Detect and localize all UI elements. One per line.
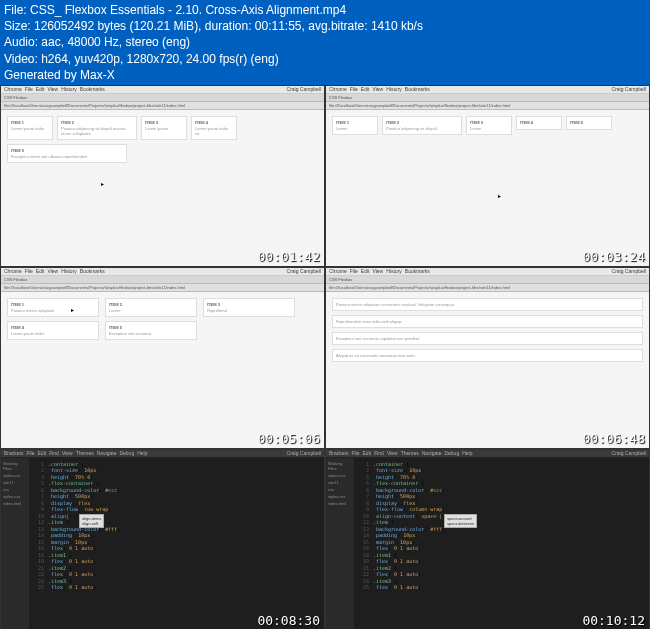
timestamp: 00:01:42 xyxy=(257,249,320,264)
sidebar-item: site11 xyxy=(328,479,352,486)
timestamp: 00:10:12 xyxy=(582,613,645,628)
sidebar-item: index.html xyxy=(328,500,352,507)
flex-item: Reprehenderit esse nulla velit aliquip. xyxy=(332,315,643,328)
timestamp: 00:08:30 xyxy=(257,613,320,628)
editor-sidebar: Working Filesstyles.csssite11cssstyles.c… xyxy=(1,458,29,629)
timestamp: 00:05:06 xyxy=(257,431,320,446)
thumbnail-grid: Chrome FileEditViewHistoryBookmarks Crai… xyxy=(0,85,650,629)
sidebar-item: index.html xyxy=(3,500,27,507)
flex-item: ITEM 5 xyxy=(566,116,612,130)
cursor-icon: ▸ xyxy=(71,306,77,312)
tab-bar: CSS Flexbox xyxy=(1,94,324,102)
menubar: Chrome FileEditViewHistoryBookmarks Crai… xyxy=(326,86,649,94)
url-bar: file:///localhost/Users/craigcampbell/Do… xyxy=(326,102,649,110)
info-size: Size: 126052492 bytes (120.21 MiB), dura… xyxy=(4,18,646,34)
url-bar: file:///localhost/Users/craigcampbell/Do… xyxy=(326,284,649,292)
timestamp: 00:03:24 xyxy=(582,249,645,264)
autocomplete-popup: align-items align-self xyxy=(79,514,104,528)
code-editor: Working Filesstyles.csssite11cssstyles.c… xyxy=(326,458,649,629)
page-content: ITEM 1Lorem ipsum dolorITEM 2Pariatur ad… xyxy=(1,110,324,266)
flex-item: ITEM 1Lorem ipsum dolor xyxy=(7,116,53,140)
flex-item: ITEM 1Pariatur minim voluptate xyxy=(7,298,99,317)
flex-item: ITEM 3Lorem ipsum xyxy=(141,116,187,140)
sidebar-item: site11 xyxy=(3,479,27,486)
menubar: Chrome FileEditViewHistoryBookmarks Crai… xyxy=(1,268,324,276)
timestamp: 00:06:48 xyxy=(582,431,645,446)
code-editor: Working Filesstyles.csssite11cssstyles.c… xyxy=(1,458,324,629)
flex-item: ITEM 3Lorem xyxy=(466,116,512,135)
flex-item: ITEM 4Lorem ipsum dolor sit xyxy=(191,116,237,140)
url-bar: file:///localhost/Users/craigcampbell/Do… xyxy=(1,284,324,292)
autocomplete-popup: space-around space-between xyxy=(444,514,477,528)
page-content: Pariatur minim voluptate consectetur nos… xyxy=(326,292,649,448)
tab-bar: CSS Flexbox xyxy=(326,276,649,284)
flex-item: Excepteur sint occaecat cupidatat non pr… xyxy=(332,332,643,345)
flex-item: ITEM 2Pariatur adipiscing sit aliquid xyxy=(382,116,462,135)
page-content: ITEM 1Pariatur minim voluptateITEM 4Lore… xyxy=(1,292,324,448)
info-video: Video: h264, yuv420p, 1280x720, 24.00 fp… xyxy=(4,51,646,67)
editor-code: 1.container {2 font-size: 10px;3 height:… xyxy=(354,458,649,629)
menubar: Brackets FileEditFindViewThemesNavigateD… xyxy=(1,450,324,458)
flex-item: ITEM 2Lorem xyxy=(105,298,197,317)
thumbnail-6: Brackets FileEditFindViewThemesNavigateD… xyxy=(325,449,650,629)
page-content: ITEM 1LoremITEM 2Pariatur adipiscing sit… xyxy=(326,110,649,266)
flex-item: ITEM 3Reprehend xyxy=(203,298,295,317)
flex-item: ITEM 5Excepteur lorem sint ullamco repre… xyxy=(7,144,127,163)
sidebar-item: styles.css xyxy=(328,493,352,500)
url-bar: file:///localhost/Users/craigcampbell/Do… xyxy=(1,102,324,110)
info-audio: Audio: aac, 48000 Hz, stereo (eng) xyxy=(4,34,646,50)
cursor-icon: ▸ xyxy=(101,180,107,186)
flex-item: Aliquip ex ea commodo consequat duis aut… xyxy=(332,349,643,362)
thumbnail-3: Chrome FileEditViewHistoryBookmarks Crai… xyxy=(0,267,325,449)
thumbnail-1: Chrome FileEditViewHistoryBookmarks Crai… xyxy=(0,85,325,267)
tab-bar: CSS Flexbox xyxy=(326,94,649,102)
info-file: File: CSS_ Flexbox Essentials - 2.10. Cr… xyxy=(4,2,646,18)
menubar: Brackets FileEditFindViewThemesNavigateD… xyxy=(326,450,649,458)
flex-item: Pariatur minim voluptate consectetur nos… xyxy=(332,298,643,311)
sidebar-item: css xyxy=(328,486,352,493)
sidebar-item: Working Files xyxy=(3,460,27,472)
thumbnail-5: Brackets FileEditFindViewThemesNavigateD… xyxy=(0,449,325,629)
menubar: Chrome FileEditViewHistoryBookmarks Crai… xyxy=(326,268,649,276)
menubar: Chrome FileEditViewHistoryBookmarks Crai… xyxy=(1,86,324,94)
flex-item: ITEM 2Pariatur adipiscing sit aliquid ac… xyxy=(57,116,137,140)
sidebar-item: styles.css xyxy=(328,472,352,479)
sidebar-item: styles.css xyxy=(3,472,27,479)
editor-sidebar: Working Filesstyles.csssite11cssstyles.c… xyxy=(326,458,354,629)
editor-code: 1.container {2 font-size: 10px;3 height:… xyxy=(29,458,324,629)
thumbnail-4: Chrome FileEditViewHistoryBookmarks Crai… xyxy=(325,267,650,449)
sidebar-item: styles.css xyxy=(3,493,27,500)
sidebar-item: css xyxy=(3,486,27,493)
flex-item: ITEM 4 xyxy=(516,116,562,130)
info-header: File: CSS_ Flexbox Essentials - 2.10. Cr… xyxy=(0,0,650,85)
app-name: Chrome xyxy=(4,86,22,92)
sidebar-item: Working Files xyxy=(328,460,352,472)
info-generated: Generated by Max-X xyxy=(4,67,646,83)
tab-bar: CSS Flexbox xyxy=(1,276,324,284)
flex-item: ITEM 4Lorem ipsum dolor xyxy=(7,321,99,340)
thumbnail-2: Chrome FileEditViewHistoryBookmarks Crai… xyxy=(325,85,650,267)
flex-item: ITEM 5Excepteur sint occaecat xyxy=(105,321,197,340)
cursor-icon: ▸ xyxy=(498,192,504,198)
flex-item: ITEM 1Lorem xyxy=(332,116,378,135)
